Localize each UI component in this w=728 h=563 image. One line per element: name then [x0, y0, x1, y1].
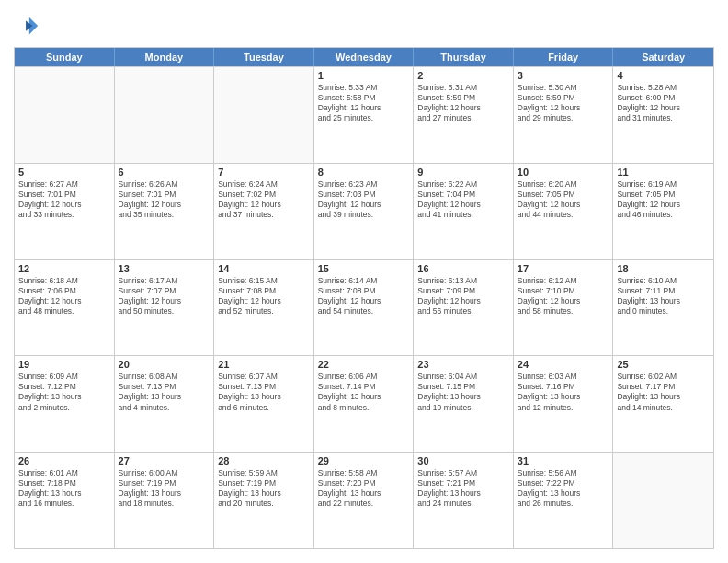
calendar-row-1: 1Sunrise: 5:33 AM Sunset: 5:58 PM Daylig…: [15, 66, 713, 163]
header: [14, 14, 714, 40]
calendar-day-28: 28Sunrise: 5:59 AM Sunset: 7:19 PM Dayli…: [214, 453, 314, 548]
calendar: SundayMondayTuesdayWednesdayThursdayFrid…: [14, 47, 714, 549]
day-number: 7: [218, 167, 310, 178]
day-info: Sunrise: 6:00 AM Sunset: 7:19 PM Dayligh…: [119, 468, 210, 509]
calendar-day-12: 12Sunrise: 6:18 AM Sunset: 7:06 PM Dayli…: [15, 260, 115, 356]
calendar-day-6: 6Sunrise: 6:26 AM Sunset: 7:01 PM Daylig…: [115, 164, 215, 259]
day-info: Sunrise: 6:03 AM Sunset: 7:16 PM Dayligh…: [518, 372, 609, 412]
calendar-empty-cell: [214, 67, 314, 163]
calendar-day-1: 1Sunrise: 5:33 AM Sunset: 5:58 PM Daylig…: [314, 67, 415, 163]
day-info: Sunrise: 5:58 AM Sunset: 7:20 PM Dayligh…: [318, 468, 410, 509]
calendar-day-25: 25Sunrise: 6:02 AM Sunset: 7:17 PM Dayli…: [613, 356, 713, 452]
day-info: Sunrise: 6:01 AM Sunset: 7:18 PM Dayligh…: [18, 468, 110, 509]
calendar-row-2: 5Sunrise: 6:27 AM Sunset: 7:01 PM Daylig…: [15, 163, 713, 259]
day-info: Sunrise: 5:28 AM Sunset: 6:00 PM Dayligh…: [617, 83, 710, 123]
day-info: Sunrise: 6:08 AM Sunset: 7:13 PM Dayligh…: [119, 372, 210, 412]
day-number: 10: [518, 167, 609, 178]
weekday-header-thursday: Thursday: [414, 48, 514, 66]
day-number: 24: [518, 359, 609, 370]
day-info: Sunrise: 6:06 AM Sunset: 7:14 PM Dayligh…: [318, 372, 410, 412]
logo: [14, 14, 43, 40]
day-info: Sunrise: 6:13 AM Sunset: 7:09 PM Dayligh…: [417, 276, 509, 316]
calendar-day-18: 18Sunrise: 6:10 AM Sunset: 7:11 PM Dayli…: [613, 260, 713, 356]
day-number: 8: [318, 167, 410, 178]
day-info: Sunrise: 6:07 AM Sunset: 7:13 PM Dayligh…: [218, 372, 310, 412]
day-number: 12: [18, 263, 110, 274]
day-number: 27: [119, 455, 210, 466]
day-number: 17: [518, 263, 609, 274]
calendar-day-14: 14Sunrise: 6:15 AM Sunset: 7:08 PM Dayli…: [214, 260, 314, 356]
calendar-day-24: 24Sunrise: 6:03 AM Sunset: 7:16 PM Dayli…: [514, 356, 614, 452]
calendar-day-15: 15Sunrise: 6:14 AM Sunset: 7:08 PM Dayli…: [314, 260, 415, 356]
day-number: 15: [318, 263, 410, 274]
day-number: 3: [518, 70, 609, 81]
calendar-day-8: 8Sunrise: 6:23 AM Sunset: 7:03 PM Daylig…: [314, 164, 415, 259]
calendar-day-17: 17Sunrise: 6:12 AM Sunset: 7:10 PM Dayli…: [514, 260, 614, 356]
calendar-day-13: 13Sunrise: 6:17 AM Sunset: 7:07 PM Dayli…: [115, 260, 215, 356]
calendar-day-31: 31Sunrise: 5:56 AM Sunset: 7:22 PM Dayli…: [514, 453, 614, 548]
day-info: Sunrise: 5:30 AM Sunset: 5:59 PM Dayligh…: [518, 83, 609, 123]
calendar-empty-cell: [15, 67, 115, 163]
calendar-day-16: 16Sunrise: 6:13 AM Sunset: 7:09 PM Dayli…: [414, 260, 514, 356]
weekday-header-tuesday: Tuesday: [214, 48, 314, 66]
calendar-day-29: 29Sunrise: 5:58 AM Sunset: 7:20 PM Dayli…: [314, 453, 415, 548]
calendar-day-27: 27Sunrise: 6:00 AM Sunset: 7:19 PM Dayli…: [115, 453, 215, 548]
day-number: 22: [318, 359, 410, 370]
calendar-empty-cell: [613, 453, 713, 548]
calendar-day-3: 3Sunrise: 5:30 AM Sunset: 5:59 PM Daylig…: [514, 67, 614, 163]
calendar-day-26: 26Sunrise: 6:01 AM Sunset: 7:18 PM Dayli…: [15, 453, 115, 548]
day-number: 26: [18, 455, 110, 466]
day-info: Sunrise: 6:19 AM Sunset: 7:05 PM Dayligh…: [617, 179, 710, 220]
day-info: Sunrise: 5:31 AM Sunset: 5:59 PM Dayligh…: [417, 83, 509, 123]
calendar-day-22: 22Sunrise: 6:06 AM Sunset: 7:14 PM Dayli…: [314, 356, 415, 452]
day-number: 30: [417, 455, 509, 466]
day-info: Sunrise: 6:26 AM Sunset: 7:01 PM Dayligh…: [119, 179, 210, 220]
calendar-day-9: 9Sunrise: 6:22 AM Sunset: 7:04 PM Daylig…: [414, 164, 514, 259]
calendar-day-20: 20Sunrise: 6:08 AM Sunset: 7:13 PM Dayli…: [115, 356, 215, 452]
calendar-day-30: 30Sunrise: 5:57 AM Sunset: 7:21 PM Dayli…: [414, 453, 514, 548]
calendar-day-5: 5Sunrise: 6:27 AM Sunset: 7:01 PM Daylig…: [15, 164, 115, 259]
calendar-day-2: 2Sunrise: 5:31 AM Sunset: 5:59 PM Daylig…: [414, 67, 514, 163]
day-number: 31: [518, 455, 609, 466]
calendar-row-4: 19Sunrise: 6:09 AM Sunset: 7:12 PM Dayli…: [15, 355, 713, 452]
day-number: 18: [617, 263, 710, 274]
day-number: 25: [617, 359, 710, 370]
day-info: Sunrise: 6:15 AM Sunset: 7:08 PM Dayligh…: [218, 276, 310, 316]
calendar-row-3: 12Sunrise: 6:18 AM Sunset: 7:06 PM Dayli…: [15, 259, 713, 356]
day-number: 23: [417, 359, 509, 370]
weekday-header-sunday: Sunday: [15, 48, 115, 66]
day-info: Sunrise: 6:12 AM Sunset: 7:10 PM Dayligh…: [518, 276, 609, 316]
calendar-body: 1Sunrise: 5:33 AM Sunset: 5:58 PM Daylig…: [15, 66, 713, 548]
day-number: 16: [417, 263, 509, 274]
day-number: 6: [119, 167, 210, 178]
day-number: 4: [617, 70, 710, 81]
calendar-row-5: 26Sunrise: 6:01 AM Sunset: 7:18 PM Dayli…: [15, 452, 713, 548]
day-number: 19: [18, 359, 110, 370]
day-info: Sunrise: 6:22 AM Sunset: 7:04 PM Dayligh…: [417, 179, 509, 220]
day-number: 20: [119, 359, 210, 370]
calendar-day-21: 21Sunrise: 6:07 AM Sunset: 7:13 PM Dayli…: [214, 356, 314, 452]
day-number: 2: [417, 70, 509, 81]
day-info: Sunrise: 6:09 AM Sunset: 7:12 PM Dayligh…: [18, 372, 110, 412]
day-info: Sunrise: 6:18 AM Sunset: 7:06 PM Dayligh…: [18, 276, 110, 316]
weekday-header-monday: Monday: [115, 48, 215, 66]
day-info: Sunrise: 6:14 AM Sunset: 7:08 PM Dayligh…: [318, 276, 410, 316]
calendar-day-10: 10Sunrise: 6:20 AM Sunset: 7:05 PM Dayli…: [514, 164, 614, 259]
day-info: Sunrise: 6:27 AM Sunset: 7:01 PM Dayligh…: [18, 179, 110, 220]
day-info: Sunrise: 6:04 AM Sunset: 7:15 PM Dayligh…: [417, 372, 509, 412]
day-number: 14: [218, 263, 310, 274]
page: SundayMondayTuesdayWednesdayThursdayFrid…: [0, 0, 728, 563]
calendar-day-11: 11Sunrise: 6:19 AM Sunset: 7:05 PM Dayli…: [613, 164, 713, 259]
day-number: 21: [218, 359, 310, 370]
day-info: Sunrise: 6:17 AM Sunset: 7:07 PM Dayligh…: [119, 276, 210, 316]
day-info: Sunrise: 5:56 AM Sunset: 7:22 PM Dayligh…: [518, 468, 609, 509]
weekday-header-friday: Friday: [514, 48, 614, 66]
day-info: Sunrise: 6:20 AM Sunset: 7:05 PM Dayligh…: [518, 179, 609, 220]
calendar-day-23: 23Sunrise: 6:04 AM Sunset: 7:15 PM Dayli…: [414, 356, 514, 452]
day-number: 28: [218, 455, 310, 466]
calendar-header: SundayMondayTuesdayWednesdayThursdayFrid…: [15, 48, 713, 66]
day-info: Sunrise: 6:02 AM Sunset: 7:17 PM Dayligh…: [617, 372, 710, 412]
weekday-header-saturday: Saturday: [613, 48, 713, 66]
day-info: Sunrise: 6:10 AM Sunset: 7:11 PM Dayligh…: [617, 276, 710, 316]
day-number: 11: [617, 167, 710, 178]
